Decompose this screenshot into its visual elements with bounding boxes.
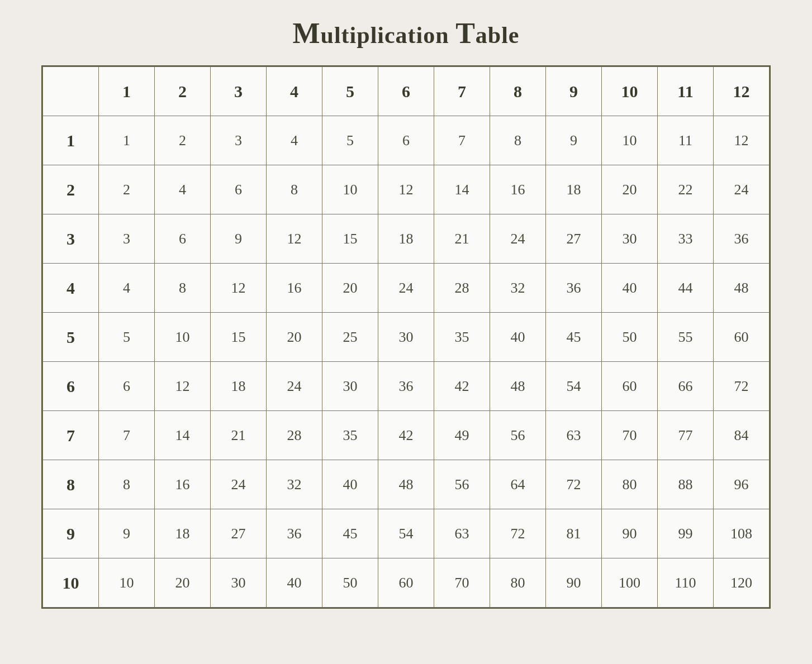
cell-8-12: 96: [714, 460, 770, 509]
col-header-10: 10: [602, 67, 658, 116]
cell-5-10: 50: [602, 313, 658, 362]
cell-3-5: 15: [322, 214, 378, 264]
cell-3-10: 30: [602, 214, 658, 264]
cell-10-8: 80: [490, 558, 546, 608]
cell-2-1: 2: [99, 165, 155, 214]
cell-8-6: 48: [378, 460, 434, 509]
cell-1-9: 9: [546, 116, 602, 165]
cell-1-3: 3: [211, 116, 267, 165]
cell-2-6: 12: [378, 165, 434, 214]
table-row: 1123456789101112: [43, 116, 770, 165]
cell-1-10: 10: [602, 116, 658, 165]
table-row: 10102030405060708090100110120: [43, 558, 770, 608]
cell-2-2: 4: [155, 165, 211, 214]
cell-7-9: 63: [546, 411, 602, 460]
row-header-5: 5: [43, 313, 99, 362]
cell-1-8: 8: [490, 116, 546, 165]
row-header-3: 3: [43, 214, 99, 264]
col-header-6: 6: [378, 67, 434, 116]
col-header-1: 1: [99, 67, 155, 116]
cell-2-3: 6: [211, 165, 267, 214]
cell-4-7: 28: [434, 264, 490, 313]
col-header-11: 11: [658, 67, 714, 116]
cell-4-12: 48: [714, 264, 770, 313]
table-row: 44812162024283236404448: [43, 264, 770, 313]
cell-4-10: 40: [602, 264, 658, 313]
cell-6-2: 12: [155, 362, 211, 411]
cell-2-7: 14: [434, 165, 490, 214]
table-row: 3369121518212427303336: [43, 214, 770, 264]
cell-8-2: 16: [155, 460, 211, 509]
cell-5-9: 45: [546, 313, 602, 362]
cell-6-6: 36: [378, 362, 434, 411]
cell-3-11: 33: [658, 214, 714, 264]
cell-4-9: 36: [546, 264, 602, 313]
cell-9-12: 108: [714, 509, 770, 558]
cell-8-1: 8: [99, 460, 155, 509]
cell-1-7: 7: [434, 116, 490, 165]
table-row: 224681012141618202224: [43, 165, 770, 214]
cell-8-7: 56: [434, 460, 490, 509]
cell-10-9: 90: [546, 558, 602, 608]
cell-9-3: 27: [211, 509, 267, 558]
cell-6-10: 60: [602, 362, 658, 411]
cell-4-1: 4: [99, 264, 155, 313]
cell-6-11: 66: [658, 362, 714, 411]
cell-1-6: 6: [378, 116, 434, 165]
cell-8-8: 64: [490, 460, 546, 509]
cell-2-9: 18: [546, 165, 602, 214]
cell-10-11: 110: [658, 558, 714, 608]
cell-5-2: 10: [155, 313, 211, 362]
cell-9-2: 18: [155, 509, 211, 558]
cell-3-4: 12: [267, 214, 322, 264]
cell-4-2: 8: [155, 264, 211, 313]
cell-7-8: 56: [490, 411, 546, 460]
title-M: M: [293, 17, 321, 49]
cell-1-5: 5: [322, 116, 378, 165]
cell-6-12: 72: [714, 362, 770, 411]
cell-9-6: 54: [378, 509, 434, 558]
row-header-8: 8: [43, 460, 99, 509]
cell-7-1: 7: [99, 411, 155, 460]
cell-6-4: 24: [267, 362, 322, 411]
cell-9-7: 63: [434, 509, 490, 558]
cell-6-3: 18: [211, 362, 267, 411]
cell-3-6: 18: [378, 214, 434, 264]
cell-5-4: 20: [267, 313, 322, 362]
cell-9-4: 36: [267, 509, 322, 558]
cell-3-3: 9: [211, 214, 267, 264]
cell-6-1: 6: [99, 362, 155, 411]
cell-4-6: 24: [378, 264, 434, 313]
col-header-12: 12: [714, 67, 770, 116]
cell-5-11: 55: [658, 313, 714, 362]
row-header-7: 7: [43, 411, 99, 460]
cell-4-3: 12: [211, 264, 267, 313]
col-header-4: 4: [267, 67, 322, 116]
title-T: T: [455, 17, 476, 49]
page-title: Multiplication Table: [293, 17, 520, 50]
cell-1-12: 12: [714, 116, 770, 165]
cell-7-4: 28: [267, 411, 322, 460]
title-rest: ultiplication: [321, 22, 456, 48]
cell-3-9: 27: [546, 214, 602, 264]
cell-4-5: 20: [322, 264, 378, 313]
row-header-1: 1: [43, 116, 99, 165]
cell-7-10: 70: [602, 411, 658, 460]
col-header-9: 9: [546, 67, 602, 116]
cell-7-5: 35: [322, 411, 378, 460]
table-row: 551015202530354045505560: [43, 313, 770, 362]
row-header-4: 4: [43, 264, 99, 313]
row-header-2: 2: [43, 165, 99, 214]
cell-9-11: 99: [658, 509, 714, 558]
cell-3-2: 6: [155, 214, 211, 264]
cell-2-4: 8: [267, 165, 322, 214]
cell-8-11: 88: [658, 460, 714, 509]
cell-3-12: 36: [714, 214, 770, 264]
cell-10-5: 50: [322, 558, 378, 608]
cell-9-8: 72: [490, 509, 546, 558]
col-header-8: 8: [490, 67, 546, 116]
cell-7-12: 84: [714, 411, 770, 460]
cell-3-1: 3: [99, 214, 155, 264]
cell-7-3: 21: [211, 411, 267, 460]
table-row: 9918273645546372819099108: [43, 509, 770, 558]
